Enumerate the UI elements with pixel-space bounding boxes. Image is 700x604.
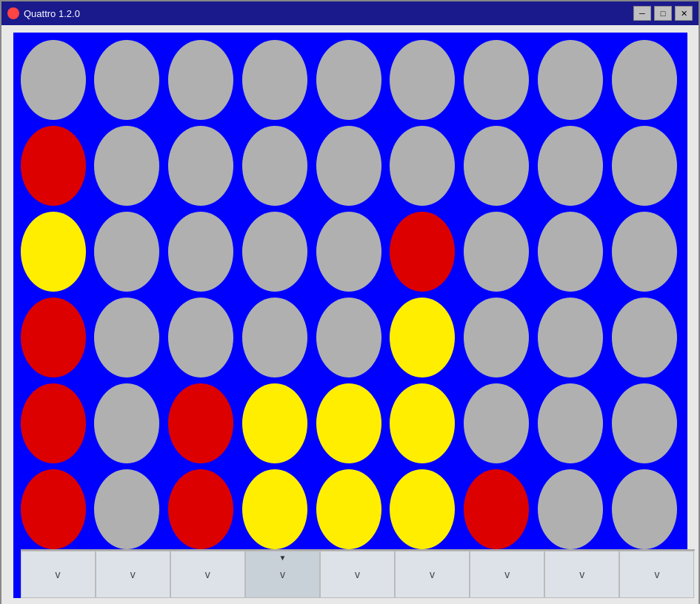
drop-button-col-2[interactable]: v (170, 551, 245, 598)
drop-button-col-0[interactable]: v (21, 551, 96, 598)
cell-5-1 (94, 469, 159, 549)
cell-5-7 (538, 469, 603, 549)
drop-button-col-5[interactable]: v (395, 551, 470, 598)
main-window: Quattro 1.2.0 ─ □ ✕ vvv▼vvvvvv New Game (0, 0, 700, 604)
cell-3-7 (538, 298, 603, 378)
cell-1-2 (168, 126, 233, 206)
cell-1-0 (21, 126, 86, 206)
cell-0-7 (538, 40, 603, 120)
cell-1-1 (94, 126, 159, 206)
cell-1-5 (390, 126, 455, 206)
cell-4-2 (168, 383, 233, 463)
cell-4-6 (464, 383, 529, 463)
cell-5-2 (168, 469, 233, 549)
cell-5-8 (612, 469, 677, 549)
close-button[interactable]: ✕ (675, 6, 693, 21)
cell-2-5 (390, 212, 455, 292)
cell-0-5 (390, 40, 455, 120)
cell-0-0 (21, 40, 86, 120)
cell-0-3 (242, 40, 307, 120)
cell-3-4 (316, 298, 381, 378)
window-title: Quattro 1.2.0 (24, 8, 80, 19)
cell-1-8 (612, 126, 677, 206)
cell-5-0 (21, 469, 86, 549)
cell-1-7 (538, 126, 603, 206)
cell-2-8 (612, 212, 677, 292)
cell-0-2 (168, 40, 233, 120)
cell-1-4 (316, 126, 381, 206)
cell-5-6 (464, 469, 529, 549)
drop-button-col-4[interactable]: v (320, 551, 395, 598)
cell-1-3 (242, 126, 307, 206)
maximize-button[interactable]: □ (654, 6, 672, 21)
cell-4-4 (316, 383, 381, 463)
cell-3-8 (612, 298, 677, 378)
cell-0-6 (464, 40, 529, 120)
drop-button-col-7[interactable]: v (544, 551, 619, 598)
cell-1-6 (464, 126, 529, 206)
cell-3-2 (168, 298, 233, 378)
cell-2-4 (316, 212, 381, 292)
cell-5-4 (316, 469, 381, 549)
cell-3-0 (21, 298, 86, 378)
cell-4-1 (94, 383, 159, 463)
drop-button-col-6[interactable]: v (470, 551, 544, 598)
app-icon (7, 7, 19, 19)
game-board-wrapper: vvv▼vvvvvv (13, 33, 687, 598)
cell-2-7 (538, 212, 603, 292)
cell-4-3 (242, 383, 307, 463)
cell-2-1 (94, 212, 159, 292)
cell-4-5 (390, 383, 455, 463)
drop-button-col-1[interactable]: v (96, 551, 170, 598)
cell-0-1 (94, 40, 159, 120)
cell-3-5 (390, 298, 455, 378)
cell-4-7 (538, 383, 603, 463)
game-board (21, 40, 680, 549)
cell-5-3 (242, 469, 307, 549)
window-controls: ─ □ ✕ (633, 6, 693, 21)
drop-button-col-3[interactable]: ▼v (245, 551, 320, 598)
cell-2-0 (21, 212, 86, 292)
cell-0-8 (612, 40, 677, 120)
drop-button-col-8[interactable]: v (619, 551, 694, 598)
cell-0-4 (316, 40, 381, 120)
cell-2-2 (168, 212, 233, 292)
cell-3-1 (94, 298, 159, 378)
title-bar-left: Quattro 1.2.0 (7, 7, 80, 19)
cell-4-0 (21, 383, 86, 463)
cell-3-3 (242, 298, 307, 378)
cell-2-3 (242, 212, 307, 292)
cell-5-5 (390, 469, 455, 549)
cell-3-6 (464, 298, 529, 378)
title-bar: Quattro 1.2.0 ─ □ ✕ (1, 1, 699, 25)
minimize-button[interactable]: ─ (633, 6, 651, 21)
cell-2-6 (464, 212, 529, 292)
cell-4-8 (612, 383, 677, 463)
content-area: vvv▼vvvvvv New Game (1, 25, 699, 604)
drop-button-row: vvv▼vvvvvv (21, 549, 695, 598)
